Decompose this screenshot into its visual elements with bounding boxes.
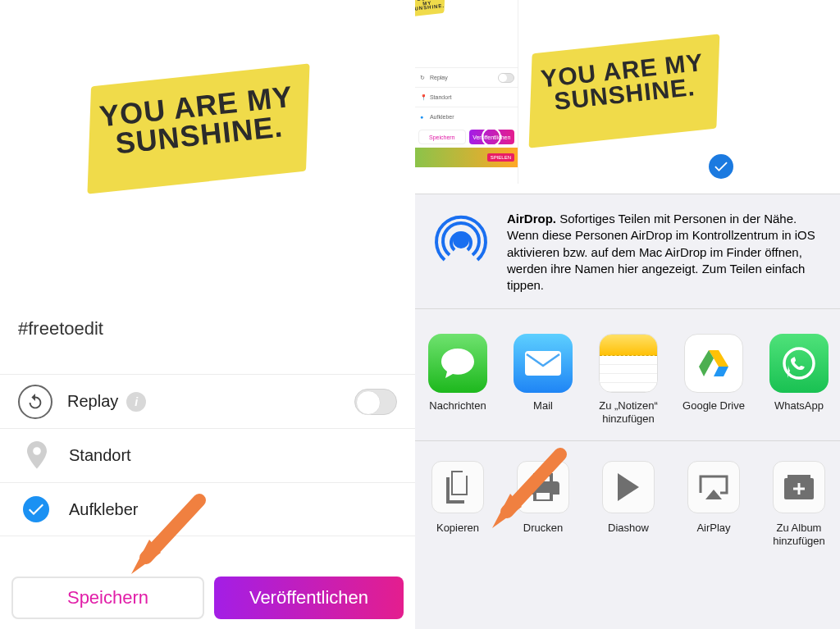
save-button[interactable]: Speichern (11, 577, 204, 619)
button-row: Speichern Veröffentlichen (0, 567, 415, 629)
svg-rect-1 (525, 351, 561, 376)
action-add-album[interactable]: Zu Album hinzufügen (756, 461, 840, 547)
airdrop-description: AirDrop. Sofortiges Teilen mit Personen … (507, 211, 824, 294)
share-app-mail[interactable]: Mail (500, 334, 586, 426)
publish-button[interactable]: Veröffentlichen (214, 577, 404, 619)
ios-share-sheet: AirDrop. Sofortiges Teilen mit Personen … (415, 194, 840, 629)
replay-toggle[interactable] (354, 389, 397, 415)
sticker-row[interactable]: Aufkleber (0, 482, 415, 536)
share-app-whatsapp[interactable]: WhatsApp (756, 334, 840, 426)
share-apps-row: Nachrichten Mail Zu „Notizen“ hinzufügen… (415, 309, 840, 441)
mini-ad-bar: SPIELEN (415, 148, 518, 167)
svg-rect-3 (536, 493, 550, 499)
whatsapp-icon (769, 334, 829, 393)
location-label: Standort (69, 446, 131, 465)
notes-icon (599, 334, 658, 393)
location-pin-icon (25, 441, 49, 471)
svg-rect-5 (788, 475, 810, 478)
share-app-drive[interactable]: Google Drive (671, 334, 756, 426)
sticker-label: Aufkleber (69, 500, 139, 519)
play-icon (602, 461, 655, 513)
mail-icon (514, 334, 573, 393)
print-icon (517, 461, 569, 513)
mini-save: Speichern (418, 130, 466, 144)
editor-screen: YOU ARE MYSUNSHINE. #freetoedit Replay i… (0, 0, 415, 629)
mini-location: 📍 Standort (415, 87, 518, 107)
mini-replay: ↻ Replay (415, 67, 518, 87)
info-icon[interactable]: i (126, 392, 146, 412)
edited-image: YOU ARE MYSUNSHINE. (84, 64, 313, 193)
messages-icon (428, 334, 487, 393)
copy-icon (431, 461, 484, 513)
selected-check-icon[interactable] (709, 154, 733, 179)
share-actions-row: Kopieren Drucken Diashow AirPlay (415, 441, 840, 562)
action-copy[interactable]: Kopieren (415, 461, 500, 547)
share-app-notes[interactable]: Zu „Notizen“ hinzufügen (586, 334, 671, 426)
hashtag-field[interactable]: #freetoedit (18, 318, 103, 340)
replay-label: Replay (67, 392, 118, 411)
action-print[interactable]: Drucken (500, 461, 586, 547)
share-screen: YOU ARE MYSUNSHINE. ↻ Replay 📍 Standort … (415, 0, 840, 629)
drive-icon (684, 334, 743, 393)
background-editor-sliver: YOU ARE MYSUNSHINE. ↻ Replay 📍 Standort … (415, 0, 518, 184)
airplay-icon (687, 461, 740, 513)
airdrop-icon (431, 211, 491, 270)
mini-sticker: ● Aufkleber (415, 107, 518, 126)
share-app-messages[interactable]: Nachrichten (415, 334, 500, 426)
preview-image[interactable]: YOU ARE MYSUNSHINE. (526, 34, 724, 147)
add-album-icon (773, 461, 825, 513)
location-row[interactable]: Standort (0, 428, 415, 482)
airdrop-section[interactable]: AirDrop. Sofortiges Teilen mit Personen … (415, 194, 840, 309)
action-airplay[interactable]: AirPlay (671, 461, 756, 547)
action-slideshow[interactable]: Diashow (586, 461, 671, 547)
replay-icon (18, 385, 52, 419)
sticker-check-icon (23, 496, 49, 522)
mini-publish: Veröffentlichen (469, 130, 515, 144)
replay-row[interactable]: Replay i (0, 374, 415, 428)
